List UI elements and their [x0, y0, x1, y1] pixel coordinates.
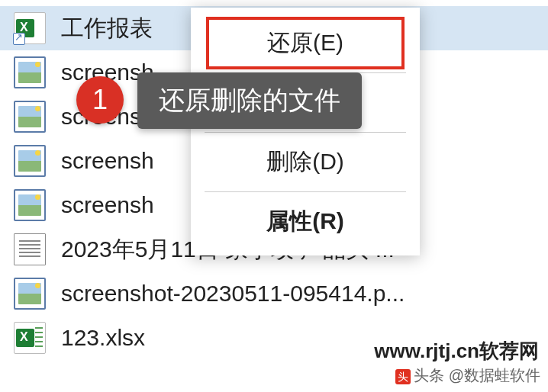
context-menu: 还原(E) 剪切(T) 删除(D) 属性(R) — [191, 8, 420, 255]
watermark-source-text: 头条 @数据蛙软件 — [414, 367, 540, 384]
file-row[interactable]: screenshot-20230511-095414.p... — [0, 272, 548, 316]
excel-shortcut-icon — [14, 12, 46, 44]
file-name: screenshot-20230511-095414.p... — [61, 281, 405, 307]
image-file-icon — [14, 56, 46, 88]
toutiao-logo-icon: 头 — [395, 369, 411, 384]
image-file-icon — [14, 189, 46, 221]
menu-item-properties[interactable]: 属性(R) — [191, 195, 420, 248]
image-file-icon — [14, 278, 46, 310]
watermark-site: www.rjtj.cn软荐网 — [374, 338, 539, 365]
step-number-badge: 1 — [76, 76, 124, 124]
file-name: 123.xlsx — [61, 325, 145, 351]
excel-file-icon — [14, 322, 46, 354]
text-file-icon — [14, 233, 46, 265]
image-file-icon — [14, 101, 46, 133]
file-name: 工作报表 — [61, 13, 153, 44]
image-file-icon — [14, 145, 46, 177]
file-name: screensh — [61, 192, 154, 218]
menu-item-restore[interactable]: 还原(E) — [206, 17, 405, 69]
annotation-tooltip: 还原删除的文件 — [137, 72, 362, 129]
watermark-source: 头头条 @数据蛙软件 — [395, 365, 540, 386]
menu-separator — [205, 191, 406, 192]
menu-item-delete[interactable]: 删除(D) — [191, 136, 420, 188]
menu-separator — [205, 132, 406, 133]
file-name: screensh — [61, 148, 154, 174]
